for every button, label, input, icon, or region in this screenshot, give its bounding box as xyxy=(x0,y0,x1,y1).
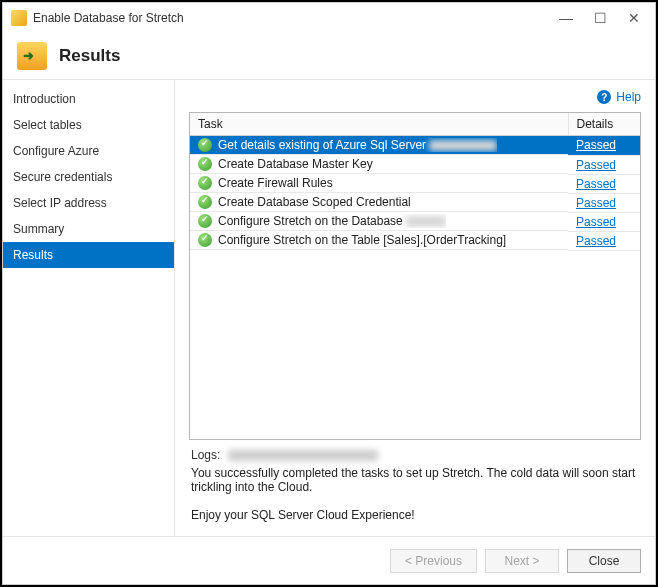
previous-button: < Previous xyxy=(390,549,477,573)
success-message: You successfully completed the tasks to … xyxy=(189,462,641,498)
results-table-container: Task Details Get details existing of Azu… xyxy=(189,112,641,440)
sidebar-item-introduction[interactable]: Introduction xyxy=(3,86,174,112)
check-icon xyxy=(198,138,212,152)
logs-label: Logs: xyxy=(191,448,220,462)
task-text: Create Firewall Rules xyxy=(218,176,333,190)
col-details[interactable]: Details xyxy=(568,113,640,136)
task-text: Create Database Master Key xyxy=(218,157,373,171)
close-button[interactable]: Close xyxy=(567,549,641,573)
close-window-button[interactable]: ✕ xyxy=(621,5,647,31)
footer: < Previous Next > Close xyxy=(3,536,655,584)
main-panel: ? Help Task Details Get details existing… xyxy=(175,80,655,536)
window-title: Enable Database for Stretch xyxy=(33,11,553,25)
task-text: Configure Stretch on the Table [Sales].[… xyxy=(218,233,506,247)
task-text: Create Database Scoped Credential xyxy=(218,195,411,209)
table-row[interactable]: Configure Stretch on the Table [Sales].[… xyxy=(190,231,640,250)
details-link[interactable]: Passed xyxy=(576,215,616,229)
check-icon xyxy=(198,233,212,247)
wizard-window: Enable Database for Stretch — ☐ ✕ Result… xyxy=(2,2,656,585)
details-link[interactable]: Passed xyxy=(576,158,616,172)
sidebar-item-results[interactable]: Results xyxy=(3,242,174,268)
details-link[interactable]: Passed xyxy=(576,138,616,152)
sidebar-item-summary[interactable]: Summary xyxy=(3,216,174,242)
titlebar: Enable Database for Stretch — ☐ ✕ xyxy=(3,3,655,33)
redacted-text xyxy=(228,450,378,461)
sub-message: Enjoy your SQL Server Cloud Experience! xyxy=(189,498,641,536)
task-text: Configure Stretch on the Database xyxy=(218,214,403,228)
task-text: Get details existing of Azure Sql Server xyxy=(218,138,426,152)
details-link[interactable]: Passed xyxy=(576,196,616,210)
logs-line: Logs: xyxy=(189,440,641,462)
minimize-button[interactable]: — xyxy=(553,5,579,31)
check-icon xyxy=(198,157,212,171)
table-empty-area xyxy=(190,251,640,440)
details-link[interactable]: Passed xyxy=(576,177,616,191)
check-icon xyxy=(198,195,212,209)
sidebar-item-secure-credentials[interactable]: Secure credentials xyxy=(3,164,174,190)
help-link[interactable]: ? Help xyxy=(189,90,641,104)
check-icon xyxy=(198,176,212,190)
help-label: Help xyxy=(616,90,641,104)
details-link[interactable]: Passed xyxy=(576,234,616,248)
app-icon xyxy=(11,10,27,26)
page-title: Results xyxy=(59,46,120,66)
help-icon: ? xyxy=(597,90,611,104)
redacted-text xyxy=(406,216,446,227)
stretch-icon xyxy=(17,42,47,70)
table-row[interactable]: Create Database Scoped Credential Passed xyxy=(190,193,640,212)
table-row[interactable]: Configure Stretch on the Database Passed xyxy=(190,212,640,231)
page-header: Results xyxy=(3,33,655,79)
check-icon xyxy=(198,214,212,228)
sidebar-item-configure-azure[interactable]: Configure Azure xyxy=(3,138,174,164)
next-button: Next > xyxy=(485,549,559,573)
sidebar-item-select-tables[interactable]: Select tables xyxy=(3,112,174,138)
wizard-sidebar: Introduction Select tables Configure Azu… xyxy=(3,80,175,536)
results-table: Task Details Get details existing of Azu… xyxy=(190,113,640,251)
table-row[interactable]: Create Firewall Rules Passed xyxy=(190,174,640,193)
sidebar-item-select-ip[interactable]: Select IP address xyxy=(3,190,174,216)
redacted-text xyxy=(429,140,497,151)
table-row[interactable]: Create Database Master Key Passed xyxy=(190,155,640,174)
table-row[interactable]: Get details existing of Azure Sql Server… xyxy=(190,136,640,156)
maximize-button[interactable]: ☐ xyxy=(587,5,613,31)
col-task[interactable]: Task xyxy=(190,113,568,136)
